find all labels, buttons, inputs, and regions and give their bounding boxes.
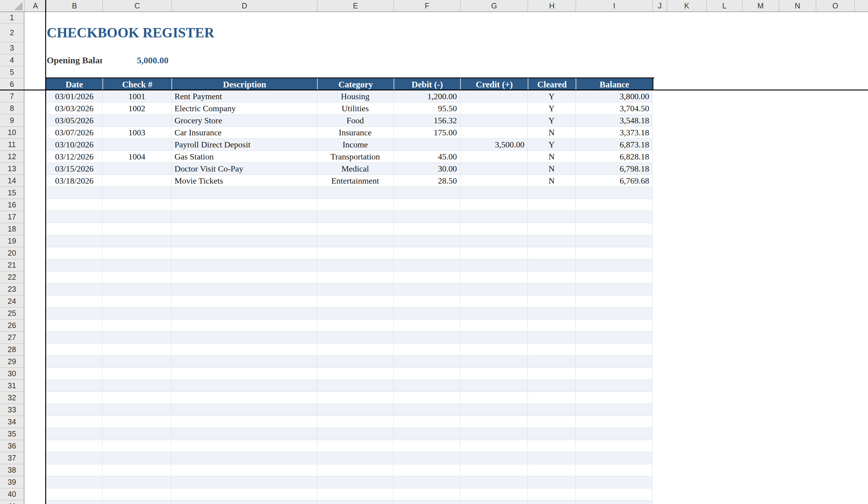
cell-D19[interactable] — [172, 235, 317, 247]
cell-E33[interactable] — [317, 404, 394, 416]
cell-D17[interactable] — [172, 211, 317, 223]
cell-B20[interactable] — [46, 247, 103, 259]
cell-I13[interactable]: 6,798.18 — [576, 163, 652, 175]
cell-G29[interactable] — [460, 356, 528, 368]
row-header-16[interactable]: 16 — [0, 199, 24, 211]
cell-C27[interactable] — [103, 331, 172, 343]
cell-C18[interactable] — [103, 223, 172, 235]
cell-B28[interactable] — [46, 344, 103, 356]
cell-D18[interactable] — [172, 223, 317, 235]
cell-E23[interactable] — [317, 283, 394, 295]
cell-G32[interactable] — [460, 392, 528, 404]
cell-G41[interactable] — [460, 500, 528, 504]
cell-B16[interactable] — [46, 199, 103, 211]
cell-E8[interactable]: Utilities — [317, 103, 394, 114]
cell-D41[interactable] — [172, 500, 317, 504]
cell-E13[interactable]: Medical — [317, 163, 394, 175]
column-header-A[interactable]: A — [24, 0, 46, 11]
cell-G8[interactable] — [460, 103, 528, 114]
row-header-38[interactable]: 38 — [0, 464, 24, 476]
cell-G36[interactable] — [460, 440, 528, 452]
cell-D26[interactable] — [172, 320, 317, 331]
cell-F34[interactable] — [394, 416, 460, 428]
cell-F40[interactable] — [394, 488, 460, 500]
cell-D24[interactable] — [172, 296, 317, 307]
cell-I22[interactable] — [576, 271, 652, 283]
cell-C40[interactable] — [103, 488, 172, 500]
cell-F37[interactable] — [394, 452, 460, 464]
row-header-4[interactable]: 4 — [0, 54, 24, 66]
column-header-D[interactable]: D — [172, 0, 317, 11]
row-header-34[interactable]: 34 — [0, 416, 24, 428]
cell-H35[interactable] — [528, 428, 576, 440]
cell-E35[interactable] — [317, 428, 394, 440]
select-all-corner[interactable] — [0, 0, 24, 11]
row-header-8[interactable]: 8 — [0, 103, 24, 114]
cell-B19[interactable] — [46, 235, 103, 247]
cell-I15[interactable] — [576, 187, 652, 199]
cell-E24[interactable] — [317, 296, 394, 307]
cell-I27[interactable] — [576, 331, 652, 343]
column-header-C[interactable]: C — [103, 0, 172, 11]
cell-E26[interactable] — [317, 320, 394, 331]
cell-E22[interactable] — [317, 271, 394, 283]
cell-G14[interactable] — [460, 175, 528, 187]
cell-I14[interactable]: 6,769.68 — [576, 175, 652, 187]
cell-H26[interactable] — [528, 320, 576, 331]
cell-C23[interactable] — [103, 283, 172, 295]
column-header-O[interactable]: O — [816, 0, 855, 11]
cell-G19[interactable] — [460, 235, 528, 247]
cell-C13[interactable] — [103, 163, 172, 175]
cell-E7[interactable]: Housing — [317, 90, 394, 102]
cell-F32[interactable] — [394, 392, 460, 404]
cell-I24[interactable] — [576, 296, 652, 307]
cell-E37[interactable] — [317, 452, 394, 464]
cell-C26[interactable] — [103, 320, 172, 331]
cell-B29[interactable] — [46, 356, 103, 368]
row-header-23[interactable]: 23 — [0, 283, 24, 296]
cell-D39[interactable] — [172, 476, 317, 488]
row-header-13[interactable]: 13 — [0, 163, 24, 175]
cell-F23[interactable] — [394, 283, 460, 295]
cell-B7[interactable]: 03/01/2026 — [46, 90, 103, 102]
cell-F29[interactable] — [394, 356, 460, 368]
cell-E21[interactable] — [317, 259, 394, 271]
row-header-2[interactable]: 2 — [0, 23, 24, 42]
cell-I38[interactable] — [576, 464, 652, 476]
sheet-title[interactable]: CHECKBOOK REGISTER — [47, 23, 214, 42]
cell-E38[interactable] — [317, 464, 394, 476]
cell-D30[interactable] — [172, 368, 317, 380]
cell-I21[interactable] — [576, 259, 652, 271]
cell-G23[interactable] — [460, 283, 528, 295]
row-header-33[interactable]: 33 — [0, 404, 24, 416]
cell-G20[interactable] — [460, 247, 528, 259]
cell-B30[interactable] — [46, 368, 103, 380]
row-header-15[interactable]: 15 — [0, 187, 24, 199]
cell-C33[interactable] — [103, 404, 172, 416]
cell-H15[interactable] — [528, 187, 576, 199]
cell-E18[interactable] — [317, 223, 394, 235]
cell-F38[interactable] — [394, 464, 460, 476]
cell-I31[interactable] — [576, 380, 652, 392]
cell-G40[interactable] — [460, 488, 528, 500]
cell-G37[interactable] — [460, 452, 528, 464]
cell-G21[interactable] — [460, 259, 528, 271]
cell-F18[interactable] — [394, 223, 460, 235]
cell-C34[interactable] — [103, 416, 172, 428]
cell-B21[interactable] — [46, 259, 103, 271]
cell-F11[interactable] — [394, 138, 460, 151]
cell-G35[interactable] — [460, 428, 528, 440]
cell-F24[interactable] — [394, 296, 460, 307]
cell-G24[interactable] — [460, 296, 528, 307]
cell-F17[interactable] — [394, 211, 460, 223]
cell-D20[interactable] — [172, 247, 317, 259]
cell-B14[interactable]: 03/18/2026 — [46, 175, 103, 187]
cell-H12[interactable]: N — [528, 151, 576, 163]
cell-D31[interactable] — [172, 380, 317, 392]
cell-C21[interactable] — [103, 259, 172, 271]
cell-G25[interactable] — [460, 307, 528, 319]
cell-F19[interactable] — [394, 235, 460, 247]
cell-H33[interactable] — [528, 404, 576, 416]
cell-C25[interactable] — [103, 307, 172, 319]
cell-I16[interactable] — [576, 199, 652, 211]
